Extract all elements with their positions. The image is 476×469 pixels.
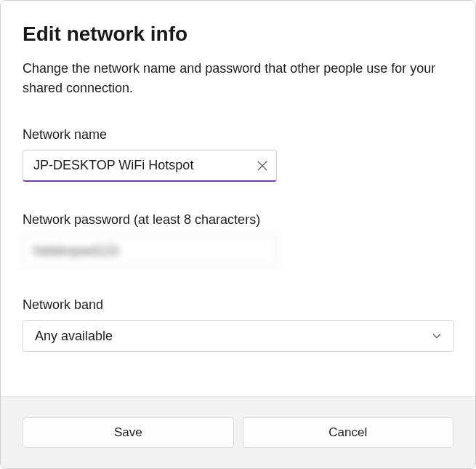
dialog-subtitle: Change the network name and password tha… (23, 59, 453, 98)
clear-icon[interactable] (257, 160, 268, 172)
dialog-content: Edit network info Change the network nam… (1, 1, 475, 396)
cancel-button[interactable]: Cancel (243, 417, 454, 448)
network-password-label: Network password (at least 8 characters) (23, 212, 453, 228)
network-name-group: Network name (23, 127, 453, 182)
network-band-dropdown[interactable]: Any available (23, 320, 454, 352)
dialog-title: Edit network info (23, 23, 453, 46)
network-password-group: Network password (at least 8 characters) (23, 212, 453, 267)
network-password-input[interactable] (23, 235, 277, 267)
network-band-selected: Any available (35, 329, 113, 344)
network-band-group: Network band Any available (23, 297, 453, 352)
network-name-input-wrapper (23, 150, 277, 182)
edit-network-dialog: Edit network info Change the network nam… (0, 0, 476, 469)
save-button[interactable]: Save (23, 417, 234, 448)
network-name-label: Network name (23, 127, 453, 143)
chevron-down-icon (432, 331, 442, 341)
dialog-footer: Save Cancel (1, 396, 475, 468)
network-name-input[interactable] (23, 150, 277, 182)
network-band-label: Network band (23, 297, 453, 313)
